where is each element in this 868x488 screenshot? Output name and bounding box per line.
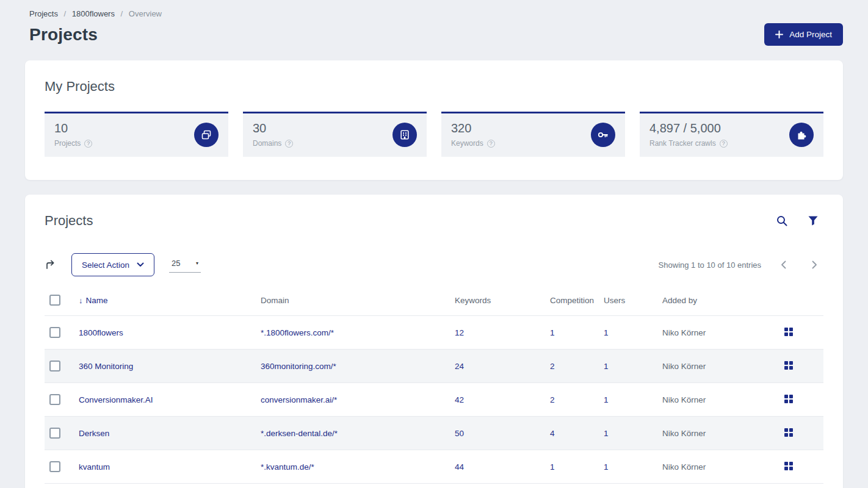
table-row: 1800flowers *.1800flowers.com/* 12 1 1 N… (45, 316, 823, 350)
filter-icon[interactable] (808, 215, 819, 226)
apps-grid-icon[interactable] (784, 462, 793, 470)
column-header-keywords[interactable]: Keywords (450, 290, 545, 316)
chevron-left-icon[interactable] (775, 258, 792, 271)
users-count-link[interactable]: 1 (604, 429, 609, 438)
export-icon[interactable] (45, 259, 57, 271)
projects-table-card: Projects Select Action (25, 195, 843, 488)
help-icon[interactable]: ? (720, 140, 728, 148)
breadcrumb-1800flowers[interactable]: 1800flowers (72, 9, 115, 18)
added-by-cell: Niko Körner (657, 450, 779, 484)
help-icon[interactable]: ? (84, 140, 92, 148)
apps-grid-icon[interactable] (784, 361, 793, 370)
project-domain-link[interactable]: 360monitoring.com/* (261, 362, 336, 371)
project-name-link[interactable]: 1800flowers (79, 328, 123, 337)
add-project-label: Add Project (789, 30, 832, 39)
table-toolbar: Select Action 25 ▾ Showing 1 to 10 of 10… (45, 253, 823, 276)
apps-grid-icon[interactable] (784, 328, 793, 336)
domains-icon (392, 123, 417, 147)
stat-crawls-value: 4,897 / 5,000 (649, 121, 728, 135)
competition-count-link[interactable]: 1 (550, 328, 555, 337)
added-by-cell: Niko Körner (657, 383, 779, 417)
keywords-count-link[interactable]: 12 (455, 328, 464, 337)
select-action-label: Select Action (82, 260, 129, 270)
add-project-button[interactable]: Add Project (764, 23, 843, 46)
page-title: Projects (29, 25, 98, 45)
project-domain-link[interactable]: *.derksen-dental.de/* (261, 429, 338, 438)
table-header-row: ↓Name Domain Keywords Competition Users … (45, 290, 823, 316)
keywords-count-link[interactable]: 42 (455, 395, 464, 404)
competition-count-link[interactable]: 1 (550, 462, 555, 472)
page: Projects / 1800flowers / Overview Projec… (0, 0, 868, 488)
row-checkbox[interactable] (49, 394, 60, 405)
competition-count-link[interactable]: 2 (550, 362, 555, 371)
project-name-link[interactable]: Derksen (79, 429, 109, 438)
users-count-link[interactable]: 1 (604, 362, 609, 371)
column-header-name[interactable]: ↓Name (74, 290, 256, 316)
breadcrumb-projects[interactable]: Projects (29, 9, 58, 18)
row-checkbox[interactable] (49, 327, 60, 338)
title-row: Projects Add Project (25, 23, 843, 46)
help-icon[interactable]: ? (285, 140, 293, 148)
added-by-cell: Niko Körner (657, 350, 779, 383)
added-by-cell: Niko Körner (657, 316, 779, 350)
stat-keywords-label: Keywords (451, 139, 483, 148)
project-name-link[interactable]: kvantum (79, 462, 110, 472)
keywords-count-link[interactable]: 24 (455, 362, 464, 371)
search-icon[interactable] (776, 215, 788, 227)
select-all-checkbox[interactable] (49, 295, 60, 306)
added-by-cell: Niko Körner (657, 417, 779, 450)
project-domain-link[interactable]: conversionmaker.ai/* (261, 395, 337, 404)
keywords-icon (591, 123, 615, 147)
row-checkbox[interactable] (49, 361, 60, 371)
chevron-down-icon (137, 262, 144, 267)
project-name-link[interactable]: Conversionmaker.AI (79, 395, 153, 404)
keywords-count-link[interactable]: 44 (455, 462, 464, 472)
keywords-count-link[interactable]: 50 (455, 429, 464, 438)
breadcrumb: Projects / 1800flowers / Overview (25, 0, 843, 18)
stats-row: 10 Projects ? 30 Domains ? (45, 112, 823, 157)
page-size-select[interactable]: 25 ▾ (169, 257, 201, 273)
chevron-right-icon[interactable] (806, 258, 823, 271)
table-row: 360 Monitoring 360monitoring.com/* 24 2 … (45, 350, 823, 383)
competition-count-link[interactable]: 2 (550, 395, 555, 404)
row-checkbox[interactable] (49, 461, 60, 472)
stat-text: 4,897 / 5,000 Rank Tracker crawls ? (649, 121, 728, 148)
users-count-link[interactable]: 1 (604, 395, 609, 404)
rank-tracker-icon (789, 123, 814, 147)
stat-projects: 10 Projects ? (45, 112, 228, 157)
column-header-actions (779, 290, 823, 316)
column-header-added-by[interactable]: Added by (657, 290, 779, 316)
stat-text: 30 Domains ? (253, 121, 293, 148)
stat-keywords-value: 320 (451, 121, 495, 135)
row-checkbox[interactable] (49, 428, 60, 439)
apps-grid-icon[interactable] (784, 395, 793, 403)
stat-domains-value: 30 (253, 121, 293, 135)
table-row: Derksen *.derksen-dental.de/* 50 4 1 Nik… (45, 417, 823, 450)
stat-projects-value: 10 (54, 121, 92, 135)
column-header-competition[interactable]: Competition (545, 290, 599, 316)
my-projects-card: My Projects 10 Projects ? 30 (25, 60, 843, 180)
table-row: kvantum *.kvantum.de/* 44 1 1 Niko Körne… (45, 450, 823, 484)
plus-icon (775, 30, 783, 38)
table-row: Conversionmaker.AI conversionmaker.ai/* … (45, 383, 823, 417)
stat-keywords: 320 Keywords ? (441, 112, 625, 157)
help-icon[interactable]: ? (487, 140, 495, 148)
select-caret-icon: ▾ (196, 260, 198, 266)
sort-desc-icon[interactable]: ↓ (79, 296, 83, 305)
column-header-users[interactable]: Users (599, 290, 657, 316)
project-domain-link[interactable]: *.kvantum.de/* (261, 462, 314, 472)
apps-grid-icon[interactable] (784, 428, 793, 437)
stat-rank-tracker-crawls: 4,897 / 5,000 Rank Tracker crawls ? (640, 112, 823, 157)
users-count-link[interactable]: 1 (604, 462, 609, 472)
select-action-dropdown[interactable]: Select Action (71, 253, 154, 276)
breadcrumb-overview: Overview (129, 9, 162, 18)
stat-domains-label: Domains (253, 139, 281, 148)
projects-icon (194, 123, 219, 147)
project-domain-link[interactable]: *.1800flowers.com/* (261, 328, 334, 337)
users-count-link[interactable]: 1 (604, 328, 609, 337)
stat-projects-label: Projects (54, 139, 81, 148)
project-name-link[interactable]: 360 Monitoring (79, 362, 133, 371)
competition-count-link[interactable]: 4 (550, 429, 555, 438)
column-header-domain[interactable]: Domain (256, 290, 450, 316)
stat-text: 320 Keywords ? (451, 121, 495, 148)
